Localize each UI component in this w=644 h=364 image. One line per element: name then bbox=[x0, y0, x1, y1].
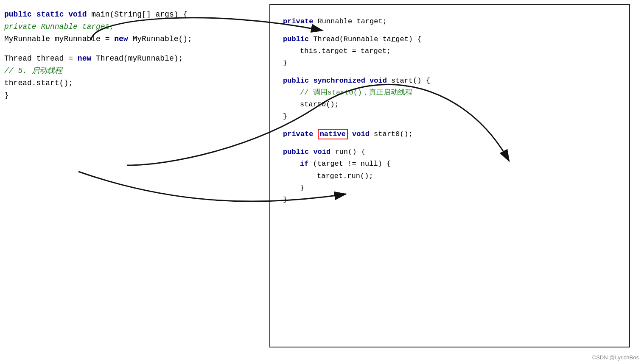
main-sig: main(String[] args) { bbox=[91, 10, 188, 19]
run-if: if (target != null) { bbox=[283, 158, 616, 170]
blank-line-1 bbox=[4, 45, 259, 53]
section-constructor: public Thread(Runnable target) { this.ta… bbox=[283, 33, 616, 69]
comment-create-runnable: private Runnable target; bbox=[4, 22, 114, 31]
run-close: } bbox=[283, 194, 616, 206]
keyword-new-2: new bbox=[78, 54, 96, 63]
start-close: } bbox=[283, 111, 616, 122]
line-myrunnable: MyRunnable myRunnable = new MyRunnable()… bbox=[4, 33, 259, 45]
start-call: start0(); bbox=[283, 99, 616, 111]
kw-private-2: private bbox=[283, 130, 318, 138]
keyword-void: void bbox=[68, 10, 91, 19]
keyword-static: static bbox=[36, 10, 69, 19]
native-line: private native void start0(); bbox=[283, 128, 616, 140]
thread-decl: Thread thread = bbox=[4, 54, 78, 63]
close-brace: } bbox=[4, 91, 9, 100]
ctor-sig: public Thread(Runnable target) { bbox=[283, 33, 616, 45]
comment-5: // 5. 启动线程 bbox=[4, 65, 259, 77]
myrunnable-ctor: MyRunnable(); bbox=[132, 35, 192, 43]
line-thread: Thread thread = new Thread(myRunnable); bbox=[4, 53, 259, 65]
target-field: target bbox=[356, 17, 382, 25]
watermark: CSDN @LyrichBos bbox=[592, 354, 639, 361]
kw-void-2: void bbox=[352, 130, 374, 138]
start-sig: public synchronized void start() { bbox=[283, 75, 616, 87]
thread-start: thread.start(); bbox=[4, 79, 73, 87]
kw-if: if bbox=[300, 160, 313, 168]
run-target-call: target.run(); bbox=[283, 170, 616, 182]
line-1: public static void main(String[] args) { bbox=[4, 8, 259, 21]
kw-void-1: void bbox=[370, 77, 391, 85]
section-native: private native void start0(); bbox=[283, 128, 616, 140]
left-panel: public static void main(String[] args) {… bbox=[0, 0, 263, 364]
kw-synchronized: synchronized bbox=[313, 77, 370, 85]
kw-public-2: public bbox=[283, 77, 313, 85]
kw-void-3: void bbox=[313, 148, 335, 156]
run-sig: public void run() { bbox=[283, 146, 616, 158]
line-close-brace: } bbox=[4, 89, 259, 102]
target-param: r bbox=[391, 35, 395, 43]
page-container: public static void main(String[] args) {… bbox=[0, 0, 644, 364]
panel-title: Thread类相关代码 bbox=[422, 0, 478, 1]
ctor-body: this.target = target; bbox=[283, 45, 616, 57]
kw-public-3: public bbox=[283, 148, 313, 156]
left-code: public static void main(String[] args) {… bbox=[4, 8, 259, 102]
comment-start0: // 调用start0()，真正启动线程 bbox=[300, 89, 412, 97]
keyword-new-1: new bbox=[114, 35, 132, 43]
section-run: public void run() { if (target != null) … bbox=[283, 146, 616, 206]
keyword-public: public bbox=[4, 10, 36, 19]
thread-ctor: Thread(myRunnable); bbox=[96, 54, 183, 63]
start-comment: // 调用start0()，真正启动线程 bbox=[283, 87, 616, 99]
line-field: private Runnable target; bbox=[283, 17, 387, 25]
line-start: thread.start(); bbox=[4, 77, 259, 89]
kw-private-1: private bbox=[283, 17, 318, 25]
comment-3: private Runnable target; bbox=[4, 21, 259, 33]
section-start: public synchronized void start() { // 调用… bbox=[283, 75, 616, 122]
right-panel: Thread类相关代码 private Runnable target; pub… bbox=[269, 4, 630, 347]
native-keyword: native bbox=[318, 129, 348, 139]
ctor-close: } bbox=[283, 57, 616, 69]
myrunnable-decl: MyRunnable myRunnable = bbox=[4, 35, 114, 43]
run-if-close: } bbox=[283, 182, 616, 194]
comment-start-thread: // 5. 启动线程 bbox=[4, 67, 62, 75]
kw-public-1: public bbox=[283, 35, 313, 43]
right-code: private Runnable target; public Thread(R… bbox=[283, 16, 616, 206]
section-field: private Runnable target; bbox=[283, 16, 616, 28]
